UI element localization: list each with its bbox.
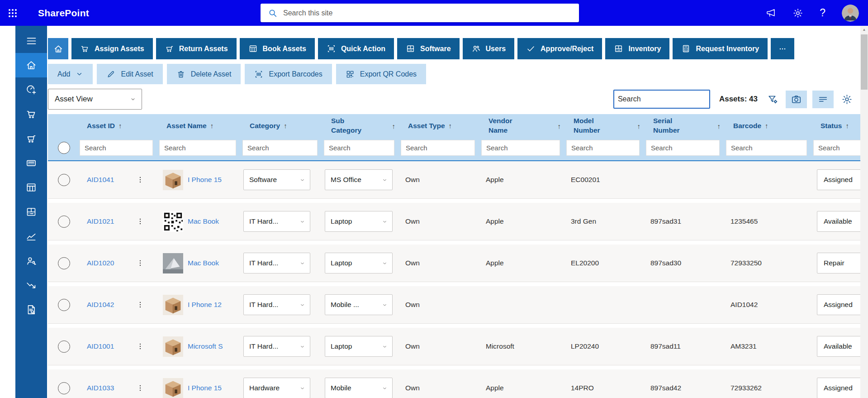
category-dropdown[interactable]: Software xyxy=(243,169,310,190)
row-menu-button[interactable] xyxy=(136,175,145,184)
row-menu-button[interactable] xyxy=(136,342,145,351)
sidebar-item-depreciation[interactable] xyxy=(15,273,47,297)
megaphone-button[interactable] xyxy=(765,8,776,19)
app-launcher-button[interactable] xyxy=(0,0,25,26)
sub-category-dropdown[interactable]: Mobile xyxy=(325,378,393,398)
column-search-input[interactable] xyxy=(80,140,153,156)
row-menu-button[interactable] xyxy=(136,300,145,309)
sub-category-dropdown[interactable]: MS Office xyxy=(325,169,393,190)
sidebar-item-booking[interactable] xyxy=(15,151,47,175)
ribbon-button-users[interactable]: Users xyxy=(463,38,514,59)
settings-button[interactable] xyxy=(792,8,803,19)
sidebar-item-permissions[interactable] xyxy=(15,249,47,273)
asset-name-link[interactable]: Mac Book xyxy=(188,217,219,225)
scrollbar-thumb[interactable] xyxy=(861,34,868,90)
scroll-up-arrow[interactable]: ▲ xyxy=(860,26,868,34)
sidebar-item-home[interactable] xyxy=(15,53,47,77)
camera-button[interactable] xyxy=(786,91,807,108)
toolbar-button-delete-asset[interactable]: Delete Asset xyxy=(167,64,241,84)
column-header-asset_type[interactable]: Asset Type↑ xyxy=(401,121,481,131)
asset-name-link[interactable]: Mac Book xyxy=(188,259,219,267)
asset-id-link[interactable]: AID1001 xyxy=(87,342,114,350)
asset-name-link[interactable]: I Phone 15 xyxy=(188,176,222,184)
column-header-serial_number[interactable]: Serial Number↑ xyxy=(646,116,726,135)
column-search-input[interactable] xyxy=(726,140,807,156)
category-dropdown[interactable]: Hardware xyxy=(243,378,310,398)
ribbon-button-request-inventory[interactable]: Request Inventory xyxy=(673,38,768,59)
asset-id-link[interactable]: AID1020 xyxy=(87,259,114,267)
sub-category-dropdown[interactable]: Laptop xyxy=(325,211,393,232)
sidebar-item-return[interactable] xyxy=(15,126,47,151)
row-select-radio[interactable] xyxy=(58,340,70,353)
sub-category-dropdown[interactable]: Laptop xyxy=(325,253,393,273)
ribbon-button-book-assets[interactable]: Book Assets xyxy=(240,38,315,59)
brand-title[interactable]: SharePoint xyxy=(38,8,89,19)
column-search-input[interactable] xyxy=(401,140,475,156)
column-search-input[interactable] xyxy=(813,140,868,156)
ribbon-home-button[interactable] xyxy=(48,38,68,59)
row-select-radio[interactable] xyxy=(58,216,70,228)
column-search-input[interactable] xyxy=(324,140,394,156)
column-search-input[interactable] xyxy=(646,140,720,156)
asset-id-link[interactable]: AID1033 xyxy=(87,384,114,392)
grid-search-input[interactable] xyxy=(613,90,710,109)
settings-button[interactable] xyxy=(839,90,854,108)
ribbon-button-assign-assets[interactable]: Assign Assets xyxy=(71,38,153,59)
column-header-sub_category[interactable]: Sub Category↑ xyxy=(324,116,401,135)
sidebar-item-reports[interactable] xyxy=(15,224,47,249)
toolbar-button-edit-asset[interactable]: Edit Asset xyxy=(97,64,162,84)
avatar[interactable] xyxy=(842,5,859,22)
ribbon-button-approve-reject[interactable]: Approve/Reject xyxy=(517,38,602,59)
row-select-radio[interactable] xyxy=(58,382,70,394)
view-selector[interactable]: Asset View xyxy=(48,89,142,110)
sidebar-item-assign[interactable] xyxy=(15,102,47,126)
sidebar-item-audit[interactable] xyxy=(15,297,47,322)
asset-name-link[interactable]: I Phone 15 xyxy=(188,384,222,392)
toolbar-button-add[interactable]: Add xyxy=(48,64,93,84)
asset-id-link[interactable]: AID1042 xyxy=(87,301,114,309)
asset-id-link[interactable]: AID1021 xyxy=(87,217,114,225)
sidebar-item-software[interactable] xyxy=(15,200,47,224)
column-header-status[interactable]: Status↑ xyxy=(813,121,868,131)
row-menu-button[interactable] xyxy=(136,384,145,393)
ribbon-button-software[interactable]: Software xyxy=(397,38,460,59)
row-select-radio[interactable] xyxy=(58,174,70,186)
category-dropdown[interactable]: IT Hard... xyxy=(243,336,310,357)
column-header-model_number[interactable]: Model Number↑ xyxy=(566,116,646,135)
category-dropdown[interactable]: IT Hard... xyxy=(243,211,310,232)
column-header-asset_name[interactable]: Asset Name↑ xyxy=(159,121,242,131)
toolbar-button-export-barcodes[interactable]: Export Barcodes xyxy=(245,64,332,84)
row-select-radio[interactable] xyxy=(58,299,70,311)
sidebar-item-dashboard[interactable] xyxy=(15,77,47,102)
site-search-input[interactable] xyxy=(283,4,579,22)
row-select-radio[interactable] xyxy=(58,257,70,269)
asset-name-link[interactable]: Microsoft S xyxy=(188,342,223,350)
sub-category-dropdown[interactable]: Laptop xyxy=(325,336,393,357)
row-menu-button[interactable] xyxy=(136,259,145,268)
column-header-vendor_name[interactable]: Vendor Name↑ xyxy=(481,116,566,135)
sub-category-dropdown[interactable]: Mobile ... xyxy=(325,294,393,315)
sidebar-item-menu[interactable] xyxy=(15,29,47,53)
toolbar-button-export-qr-codes[interactable]: Export QR Codes xyxy=(336,64,426,84)
ribbon-button-inventory[interactable]: Inventory xyxy=(605,38,669,59)
column-search-input[interactable] xyxy=(159,140,236,156)
column-search-input[interactable] xyxy=(566,140,640,156)
sidebar-item-assets[interactable] xyxy=(15,175,47,200)
asset-name-link[interactable]: I Phone 12 xyxy=(188,301,222,309)
view-options-button[interactable] xyxy=(812,91,834,108)
ribbon-button-return-assets[interactable]: Return Assets xyxy=(156,38,237,59)
column-header-category[interactable]: Category↑ xyxy=(242,121,324,131)
ribbon-more-button[interactable] xyxy=(771,38,794,59)
column-header-barcode[interactable]: Barcode↑ xyxy=(726,121,813,131)
row-menu-button[interactable] xyxy=(136,217,145,226)
category-dropdown[interactable]: IT Hard... xyxy=(243,253,310,273)
column-header-asset_id[interactable]: Asset ID↑ xyxy=(80,121,159,131)
category-dropdown[interactable]: IT Hard... xyxy=(243,294,310,315)
asset-id-link[interactable]: AID1041 xyxy=(87,176,114,184)
select-all-radio[interactable] xyxy=(58,142,70,154)
filter-button[interactable] xyxy=(765,90,780,108)
column-search-input[interactable] xyxy=(481,140,560,156)
ribbon-button-quick-action[interactable]: Quick Action xyxy=(318,38,394,59)
vertical-scrollbar[interactable]: ▲ xyxy=(860,26,868,398)
column-search-input[interactable] xyxy=(242,140,318,156)
